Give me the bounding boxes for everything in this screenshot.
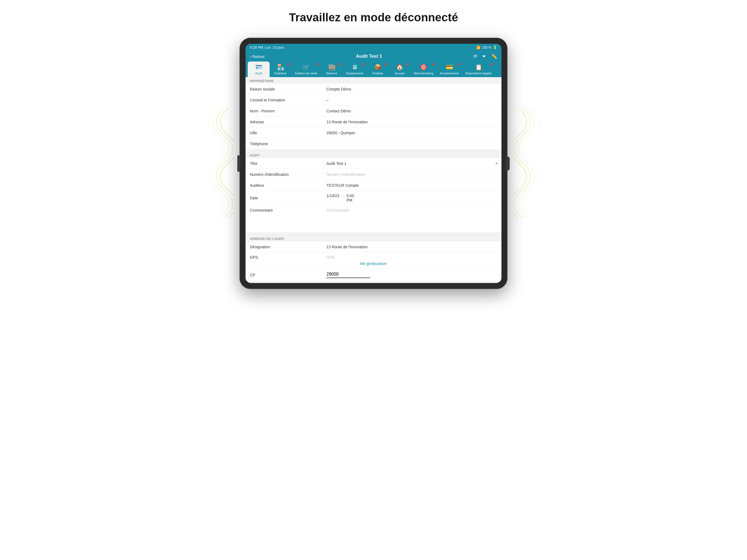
proprietaire-header: PROPRIÉTAIRE bbox=[246, 77, 501, 84]
surface-tab-label: Surface de vente bbox=[295, 72, 317, 75]
section-adresse-audit: ADRESSE DE L'AUDIT Désignation 13 Route … bbox=[246, 235, 501, 281]
tab-encaissement[interactable]: 💳 Encaissement bbox=[437, 61, 462, 77]
produits-tab-label: Produits bbox=[372, 72, 383, 75]
dispositions-tab-icon: 📋 bbox=[475, 64, 482, 71]
surface-tab-icon: 🛒 bbox=[302, 64, 310, 71]
tab-merchandising[interactable]: 🎯 Merchandising bbox=[410, 61, 437, 77]
reserve-tab-icon: 🏬 bbox=[328, 64, 335, 71]
telephone-label: Téléphone bbox=[250, 142, 327, 146]
cp-label: CP bbox=[250, 273, 327, 277]
field-designation: Désignation 13 Route de l'Innovation bbox=[246, 241, 501, 252]
merchandising-tab-label: Merchandising bbox=[414, 72, 433, 75]
chevron-left-icon: ‹ bbox=[250, 54, 251, 59]
designation-label: Désignation bbox=[250, 245, 327, 249]
field-ville: Ville 29000 - Quimper bbox=[246, 127, 501, 138]
field-gps: GPS GPS Me géolocaliser bbox=[246, 252, 501, 269]
exterieur-badge bbox=[287, 63, 289, 65]
conseil-formation-value: – bbox=[327, 98, 497, 102]
field-titre[interactable]: Titre Audit Test 1 • bbox=[246, 158, 501, 169]
encaissement-tab-label: Encaissement bbox=[440, 72, 459, 75]
field-cp[interactable]: CP 29000 bbox=[246, 269, 501, 281]
exterieur-tab-icon: 🏪 bbox=[277, 64, 284, 71]
tab-produits[interactable]: 📦 Produits bbox=[367, 61, 389, 77]
raison-sociale-label: Raison sociale bbox=[250, 87, 327, 91]
power-button bbox=[506, 157, 510, 170]
reserve-tab-label: Réserve bbox=[326, 72, 337, 75]
produits-tab-icon: 📦 bbox=[374, 64, 381, 71]
nom-prenom-value: Contact Démo bbox=[327, 109, 497, 113]
gps-value: GPS bbox=[327, 255, 497, 259]
status-bar: 6:25 PM Lun. 23 janv. 📶 100 % 🔋 bbox=[246, 44, 501, 51]
field-auditeur: Auditeur TESTEUR Compte bbox=[246, 180, 501, 191]
nav-title: Audit Test 1 bbox=[356, 54, 382, 59]
field-commentaire[interactable]: Commentaire Commentaire bbox=[246, 205, 501, 233]
gps-label: GPS bbox=[250, 255, 327, 259]
field-conseil-formation: Conseil et Formation – bbox=[246, 95, 501, 105]
equipements-tab-icon: 🖥 bbox=[352, 64, 358, 71]
back-label: Retour bbox=[252, 54, 265, 59]
numero-id-label: Numéro d'identification bbox=[250, 172, 327, 177]
conseil-formation-label: Conseil et Formation bbox=[250, 98, 327, 102]
cp-underline bbox=[327, 278, 370, 278]
content-area: PROPRIÉTAIRE Raison sociale Compte Démo … bbox=[246, 77, 501, 281]
battery-icon: 🔋 bbox=[493, 46, 497, 50]
audit-tab-label: Audit bbox=[255, 72, 262, 75]
geolocate-container: Me géolocaliser bbox=[250, 261, 497, 266]
page-title: Travaillez en mode déconnecté bbox=[289, 11, 458, 24]
commentaire-label: Commentaire bbox=[250, 208, 327, 212]
cp-value-container: 29000 bbox=[327, 272, 370, 278]
battery-display: 100 % bbox=[482, 46, 491, 50]
device-frame: 6:25 PM Lun. 23 janv. 📶 100 % 🔋 ‹ Retour… bbox=[239, 38, 508, 289]
time-value: 5:00 PM bbox=[346, 194, 360, 202]
adresse-audit-header: ADRESSE DE L'AUDIT bbox=[246, 235, 501, 241]
refresh-icon[interactable]: ⟳ bbox=[473, 53, 478, 59]
field-telephone: Téléphone bbox=[246, 138, 501, 149]
filter-icon[interactable]: ⏷ bbox=[482, 54, 487, 59]
tab-accueil[interactable]: 🏠 Accueil bbox=[389, 61, 410, 77]
accueil-tab-label: Accueil bbox=[395, 72, 404, 75]
field-date[interactable]: Date 1/19/23 5:00 PM bbox=[246, 191, 501, 205]
geolocate-button[interactable]: Me géolocaliser bbox=[360, 261, 387, 266]
tab-equipements[interactable]: 🖥 Equipements bbox=[343, 61, 367, 77]
designation-value: 13 Route de l'Innovation bbox=[327, 245, 497, 249]
tab-audit[interactable]: 🪪 Audit bbox=[248, 61, 269, 77]
tab-surface-vente[interactable]: 🛒 Surface de vente bbox=[291, 61, 321, 77]
merchandising-badge bbox=[432, 63, 435, 65]
gps-row: GPS GPS bbox=[250, 255, 497, 259]
tab-reserve[interactable]: 🏬 Réserve bbox=[321, 61, 343, 77]
adresse-label: Adresse bbox=[250, 120, 327, 124]
tab-dispositions[interactable]: 📋 Dispositions légales bbox=[462, 61, 495, 77]
equipements-badge bbox=[362, 63, 364, 65]
produits-badge bbox=[384, 63, 386, 65]
tab-exterieur[interactable]: 🏪 Extérieur bbox=[269, 61, 291, 77]
dispositions-tab-label: Dispositions légales bbox=[465, 72, 492, 75]
accueil-badge bbox=[406, 63, 408, 65]
merchandising-tab-icon: 🎯 bbox=[420, 64, 428, 71]
screen: 6:25 PM Lun. 23 janv. 📶 100 % 🔋 ‹ Retour… bbox=[246, 44, 501, 283]
dispositions-badge bbox=[491, 63, 493, 65]
status-bar-left: 6:25 PM Lun. 23 janv. bbox=[250, 45, 285, 50]
nav-actions: ⟳ ⏷ ✏️ bbox=[473, 53, 497, 59]
wave-right-decoration bbox=[513, 108, 540, 219]
adresse-value: 13 Route de l'Innovation bbox=[327, 120, 497, 124]
wave-left-decoration bbox=[207, 108, 234, 219]
date-label: Date bbox=[250, 196, 327, 200]
accueil-tab-icon: 🏠 bbox=[396, 64, 403, 71]
encaissement-tab-icon: 💳 bbox=[446, 64, 453, 71]
auditeur-label: Auditeur bbox=[250, 183, 327, 187]
audit-header: AUDIT bbox=[246, 152, 501, 158]
status-bar-right: 📶 100 % 🔋 bbox=[476, 46, 497, 50]
back-button[interactable]: ‹ Retour bbox=[250, 54, 265, 59]
cp-value: 29000 bbox=[327, 272, 370, 277]
commentaire-value: Commentaire bbox=[327, 208, 497, 212]
tablet-device: 6:25 PM Lun. 23 janv. 📶 100 % 🔋 ‹ Retour… bbox=[239, 38, 508, 289]
surface-badge bbox=[316, 63, 318, 65]
edit-icon[interactable]: ✏️ bbox=[491, 53, 497, 59]
field-numero-identification[interactable]: Numéro d'identification Numéro d'identif… bbox=[246, 169, 501, 180]
titre-value: Audit Test 1 bbox=[327, 161, 495, 166]
section-audit: AUDIT Titre Audit Test 1 • Numéro d'iden… bbox=[246, 152, 501, 233]
wifi-icon: 📶 bbox=[476, 46, 481, 50]
date-value: 1/19/23 bbox=[327, 194, 340, 202]
raison-sociale-value: Compte Démo bbox=[327, 87, 497, 91]
navigation-bar: ‹ Retour Audit Test 1 ⟳ ⏷ ✏️ bbox=[246, 51, 501, 61]
